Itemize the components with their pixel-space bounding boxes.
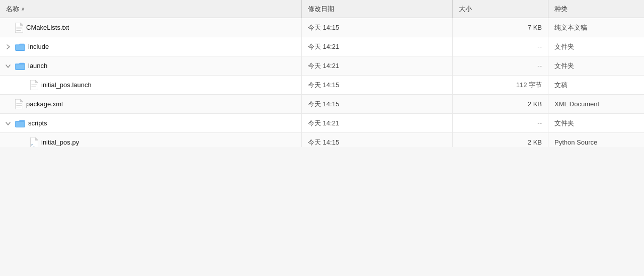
- header-size[interactable]: 大小: [453, 0, 548, 18]
- expand-button[interactable]: [4, 43, 12, 51]
- cell-date: 今天 14:15: [302, 133, 453, 147]
- filename-label: scripts: [28, 119, 47, 127]
- cell-kind: Python Source: [548, 133, 644, 147]
- table-row[interactable]: include今天 14:21--文件夹: [0, 37, 644, 56]
- cell-size: --: [453, 56, 548, 75]
- folder-icon: [15, 43, 25, 51]
- cell-size: --: [453, 37, 548, 56]
- cell-size: 7 KB: [453, 18, 548, 37]
- cell-date: 今天 14:21: [302, 114, 453, 132]
- table-row[interactable]: initial_pos.launch今天 14:15112 字节文稿: [0, 76, 644, 95]
- file-icon: [15, 99, 23, 109]
- filename-label: initial_pos.launch: [41, 81, 92, 89]
- cell-date: 今天 14:21: [302, 37, 453, 56]
- svg-text:>_: >_: [31, 143, 35, 146]
- empty-area: [0, 147, 644, 276]
- file-browser: 名称 ∧ 修改日期 大小 种类 CMakeLists.txt今天 14:157 …: [0, 0, 644, 276]
- folder-icon: [15, 119, 25, 127]
- filename-label: package.xml: [26, 100, 63, 108]
- cell-name: scripts: [0, 114, 302, 132]
- cell-name: initial_pos.launch: [0, 76, 302, 94]
- folder-icon: [15, 62, 25, 70]
- svg-rect-5: [15, 45, 25, 50]
- filename-label: include: [28, 43, 49, 50]
- cell-kind: XML Document: [548, 95, 644, 113]
- table-header: 名称 ∧ 修改日期 大小 种类: [0, 0, 644, 18]
- svg-rect-9: [15, 64, 25, 70]
- cell-kind: 文件夹: [548, 56, 644, 75]
- cell-name: launch: [0, 56, 302, 75]
- cell-name: CMakeLists.txt: [0, 18, 302, 37]
- sort-arrow-icon: ∧: [21, 6, 25, 12]
- collapse-button[interactable]: [4, 62, 12, 70]
- cell-size: 2 KB: [453, 95, 548, 113]
- table-row[interactable]: CMakeLists.txt今天 14:157 KB纯文本文稿: [0, 18, 644, 37]
- table-row[interactable]: launch今天 14:21--文件夹: [0, 56, 644, 76]
- cell-kind: 文件夹: [548, 37, 644, 56]
- filename-label: CMakeLists.txt: [26, 24, 69, 31]
- header-kind-label: 种类: [554, 5, 568, 14]
- header-name[interactable]: 名称 ∧: [0, 0, 302, 18]
- header-name-label: 名称: [6, 5, 19, 14]
- cell-date: 今天 14:21: [302, 56, 453, 75]
- cell-name: include: [0, 37, 302, 56]
- cell-date: 今天 14:15: [302, 18, 453, 37]
- file-icon: [30, 80, 38, 90]
- header-date[interactable]: 修改日期: [302, 0, 453, 18]
- file-icon: >_: [30, 137, 38, 148]
- file-icon: [15, 23, 23, 33]
- header-date-label: 修改日期: [308, 5, 334, 14]
- cell-size: --: [453, 114, 548, 132]
- header-kind[interactable]: 种类: [548, 0, 644, 18]
- cell-name: >_ initial_pos.py: [0, 133, 302, 147]
- collapse-button[interactable]: [4, 119, 12, 127]
- header-size-label: 大小: [459, 5, 472, 14]
- cell-name: package.xml: [0, 95, 302, 113]
- svg-rect-18: [15, 121, 25, 127]
- cell-date: 今天 14:15: [302, 95, 453, 113]
- cell-date: 今天 14:15: [302, 76, 453, 94]
- cell-kind: 文稿: [548, 76, 644, 94]
- filename-label: launch: [28, 62, 47, 70]
- table-row[interactable]: >_ initial_pos.py今天 14:152 KBPython Sour…: [0, 133, 644, 147]
- cell-kind: 文件夹: [548, 114, 644, 132]
- table-row[interactable]: scripts今天 14:21--文件夹: [0, 114, 644, 133]
- filename-label: initial_pos.py: [41, 139, 79, 146]
- cell-size: 112 字节: [453, 76, 548, 94]
- cell-kind: 纯文本文稿: [548, 18, 644, 37]
- table-row[interactable]: package.xml今天 14:152 KBXML Document: [0, 95, 644, 114]
- cell-size: 2 KB: [453, 133, 548, 147]
- table-body: CMakeLists.txt今天 14:157 KB纯文本文稿 include今…: [0, 18, 644, 147]
